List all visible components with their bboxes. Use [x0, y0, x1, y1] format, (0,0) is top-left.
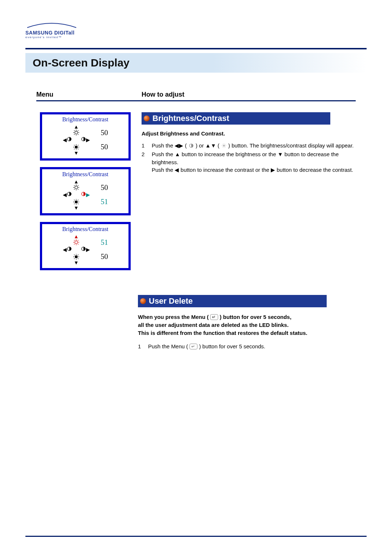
svg-line-59	[78, 255, 79, 255]
arrow-up-icon: ▲	[73, 124, 79, 136]
step-text: Push the ◀ button to increase the contra…	[152, 167, 353, 173]
svg-point-51	[75, 255, 78, 258]
svg-line-5	[74, 130, 75, 131]
arrow-right-combo: ▶	[81, 191, 90, 198]
bullet-icon	[144, 116, 150, 121]
menu-button-icon	[189, 344, 197, 349]
osd-panel-1: Brightness/Contrast ▲ ◀ ▶ ▼	[40, 112, 131, 161]
step-text: ) or ▲▼ (	[196, 142, 220, 149]
instruction-step: 2 Push the ▲ button to increase the brig…	[142, 150, 363, 174]
instruction-step: 1 Push the ◀▶ ( ) or ▲▼ ( ) button. The …	[142, 142, 363, 150]
bottom-rule	[25, 536, 367, 537]
svg-point-20	[75, 186, 78, 189]
section-title: User Delete	[149, 296, 193, 306]
svg-line-58	[74, 259, 75, 259]
osd-value-bottom: 51	[94, 198, 108, 206]
brightness-icon	[73, 239, 79, 246]
step-number: 1	[142, 142, 147, 150]
brand-name: SAMSUNG DIGITall	[25, 30, 367, 36]
svg-line-19	[78, 145, 79, 146]
svg-line-6	[78, 134, 79, 135]
svg-line-8	[78, 130, 79, 131]
contrast-icon	[81, 137, 86, 142]
top-rule	[25, 48, 367, 49]
svg-line-66	[222, 144, 222, 145]
svg-line-47	[74, 244, 75, 245]
brightness-full-icon	[73, 254, 79, 260]
instruction-list: 1 Push the ◀▶ ( ) or ▲▼ ( ) button. The …	[142, 142, 363, 174]
osd-value-bottom: 50	[94, 143, 108, 151]
contrast-icon	[67, 246, 72, 251]
instruction-list: 1 Push the Menu ( ) button for over 5 se…	[138, 343, 363, 351]
svg-point-11	[75, 146, 78, 149]
arrow-left-combo: ◀	[63, 191, 72, 198]
svg-line-37	[78, 204, 79, 204]
svg-point-61	[223, 145, 225, 147]
svg-line-45	[74, 240, 75, 241]
column-header-menu: Menu	[36, 91, 142, 98]
svg-line-46	[78, 244, 79, 245]
svg-point-40	[75, 241, 78, 244]
arrow-down-icon: ▼	[73, 144, 79, 155]
menu-preview-column: Brightness/Contrast ▲ ◀ ▶ ▼	[29, 112, 142, 277]
step-text: ) button. The brightness/contrast displa…	[228, 142, 354, 149]
osd-panel-3: Brightness/Contrast ▲ ◀ ▶ ▼	[40, 222, 131, 270]
osd-panel-2: Brightness/Contrast ▲ ◀ ▶ ▼	[40, 167, 131, 215]
svg-line-28	[78, 185, 79, 186]
svg-line-69	[225, 144, 225, 145]
section-subtitle: Adjust Brightness and Contrast.	[142, 130, 363, 137]
arrow-right-combo: ▶	[81, 137, 90, 143]
brightness-icon	[73, 184, 79, 191]
section-intro: When you press the Menu ( ) button for o…	[138, 313, 363, 337]
bullet-icon	[140, 298, 146, 304]
title-bar: On-Screen Display	[25, 53, 367, 73]
svg-line-17	[78, 149, 79, 150]
svg-point-0	[75, 131, 78, 134]
svg-line-38	[74, 204, 75, 204]
arrow-down-icon: ▼	[73, 254, 79, 265]
section-header-userdelete: User Delete	[138, 295, 327, 307]
arrow-up-icon: ▲	[73, 179, 79, 191]
step-text: Push the ◀▶ (	[152, 142, 187, 149]
instruction-step: 1 Push the Menu ( ) button for over 5 se…	[138, 343, 363, 351]
svg-line-48	[78, 240, 79, 241]
brand-tagline: everyone's invited™	[25, 36, 367, 39]
svg-line-27	[74, 189, 75, 190]
osd-value-bottom: 50	[94, 252, 108, 261]
brand-logo: SAMSUNG DIGITall everyone's invited™	[25, 22, 367, 39]
osd-value-top: 51	[94, 238, 108, 247]
column-header-howto: How to adjust	[142, 91, 184, 98]
svg-line-57	[78, 259, 79, 259]
brightness-full-icon	[73, 199, 79, 205]
svg-line-26	[78, 189, 79, 190]
svg-line-39	[78, 200, 79, 200]
svg-line-36	[74, 200, 75, 200]
step-text: ) button for over 5 seconds.	[199, 343, 265, 349]
arrow-left-combo: ◀	[63, 246, 72, 253]
step-text: Push the ▲ button to increase the bright…	[152, 151, 339, 165]
contrast-icon	[81, 191, 86, 197]
arrow-down-icon: ▼	[73, 199, 79, 210]
svg-line-7	[74, 134, 75, 135]
contrast-icon	[188, 143, 194, 148]
section-header-brightness: Brightness/Contrast	[142, 112, 330, 125]
contrast-icon	[67, 137, 72, 142]
arrow-right-combo: ▶	[81, 246, 90, 253]
step-number: 1	[138, 343, 143, 351]
section-title: Brightness/Contrast	[152, 114, 229, 123]
brightness-icon	[221, 143, 227, 148]
svg-line-16	[74, 145, 75, 146]
brightness-icon	[73, 129, 79, 136]
column-headers: Menu How to adjust	[36, 91, 356, 101]
arrow-up-icon: ▲	[73, 234, 79, 246]
svg-line-56	[74, 255, 75, 255]
osd-panel-title: Brightness/Contrast	[45, 226, 126, 232]
osd-value-top: 50	[94, 129, 108, 137]
page-title: On-Screen Display	[33, 57, 130, 69]
step-text: Push the Menu (	[148, 343, 188, 349]
svg-line-67	[225, 147, 225, 147]
contrast-icon	[81, 246, 86, 251]
step-number: 2	[142, 150, 147, 174]
osd-value-top: 50	[94, 183, 108, 192]
svg-point-31	[75, 200, 78, 203]
